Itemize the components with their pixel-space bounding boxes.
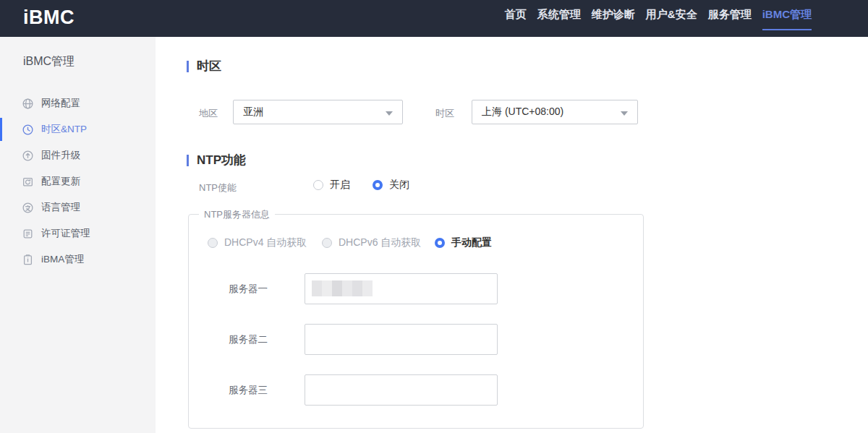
nav-item-ibmc-management[interactable]: iBMC管理 [762,0,812,32]
sidebar: iBMC管理 网络配置 时区&NTP 固件升级 [0,37,156,433]
sidebar-item-language-management[interactable]: 语言管理 [0,194,156,220]
nav-item-home[interactable]: 首页 [505,0,527,32]
sidebar-item-config-update[interactable]: 配置更新 [0,168,156,194]
timezone-ntp-icon [22,124,34,136]
server3-input-wrap [305,374,498,406]
sidebar-item-network-config[interactable]: 网络配置 [0,90,156,116]
sidebar-item-ibma-management[interactable]: iBMA管理 [0,246,156,273]
radio-label-dhcpv6: DHCPv6 自动获取 [339,236,421,249]
sidebar-item-label: 时区&NTP [41,123,87,136]
config-update-icon [22,176,34,188]
ntp-server-mode-radio-group: DHCPv4 自动获取 [208,236,307,249]
nav-item-service[interactable]: 服务管理 [708,0,752,32]
network-icon [22,98,34,110]
section-title: 时区 [197,58,221,74]
server3-label: 服务器三 [229,374,268,406]
top-navbar: iBMC 首页 系统管理 维护诊断 用户&安全 服务管理 iBMC管理 [0,0,868,37]
server1-label: 服务器一 [229,273,268,304]
top-nav-menu: 首页 系统管理 维护诊断 用户&安全 服务管理 iBMC管理 [505,0,812,32]
sidebar-item-label: 配置更新 [41,175,80,188]
language-icon [22,202,34,214]
radio-button-dhcpv4 [208,238,218,248]
server1-input-wrap [305,273,498,304]
chevron-down-icon [386,111,393,116]
ntp-server-group-legend: NTP服务器信息 [199,208,275,221]
license-icon [22,228,34,240]
ntp-server-mode-radio-group: DHCPv6 自动获取 [322,236,421,249]
section-accent-bar [187,61,189,72]
region-label: 地区 [199,107,218,120]
server2-label: 服务器二 [229,324,268,355]
ntp-server-mode-radio-group: 手动配置 [435,236,492,249]
section-title: NTP功能 [197,152,246,168]
radio-label-manual-config: 手动配置 [451,236,492,249]
server-row: 服务器一 [189,273,644,304]
radio-button-ntp-off[interactable] [373,180,383,190]
sidebar-item-label: 网络配置 [41,97,80,110]
redacted-value [312,280,373,296]
section-accent-bar [187,155,189,166]
app-logo[interactable]: iBMC [23,1,75,33]
ntp-section-header: NTP功能 [187,152,246,168]
server3-input[interactable] [305,374,498,406]
sidebar-item-timezone-ntp[interactable]: 时区&NTP [0,116,156,142]
active-tab-underline [762,29,812,30]
server-row: 服务器三 [189,374,644,406]
timezone-label: 时区 [435,107,454,120]
sidebar-item-license-management[interactable]: 许可证管理 [0,220,156,246]
nav-item-maintenance[interactable]: 维护诊断 [592,0,635,32]
sidebar-menu: 网络配置 时区&NTP 固件升级 配置更新 [0,90,156,273]
firmware-upgrade-icon [22,150,34,162]
radio-button-dhcpv6 [322,238,332,248]
sidebar-item-label: iBMA管理 [41,253,84,266]
radio-label-ntp-on: 开启 [330,179,350,192]
region-select[interactable]: 亚洲 [233,100,403,124]
ntp-enable-radio-group: 开启 关闭 [313,179,409,192]
ibma-icon [22,254,34,266]
ntp-enable-label: NTP使能 [199,181,237,194]
ntp-server-group: NTP服务器信息 DHCPv4 自动获取 DHCPv6 自动获取 手动配置 服务… [188,214,644,429]
region-select-value: 亚洲 [243,106,263,119]
nav-item-label: iBMC管理 [762,8,812,20]
chevron-down-icon [621,111,628,116]
nav-item-system[interactable]: 系统管理 [537,0,581,32]
sidebar-title: iBMC管理 [23,54,75,69]
active-item-indicator [0,118,2,141]
sidebar-item-firmware-upgrade[interactable]: 固件升级 [0,142,156,168]
sidebar-item-label: 语言管理 [41,201,80,214]
sidebar-item-label: 许可证管理 [41,227,90,240]
timezone-section-header: 时区 [187,58,221,74]
timezone-select[interactable]: 上海 (UTC+08:00) [472,100,638,124]
main-content: 时区 地区 亚洲 时区 上海 (UTC+08:00) NTP功能 NTP使能 开… [156,37,868,433]
radio-button-manual-config[interactable] [435,238,445,248]
server2-input-wrap [305,324,498,355]
sidebar-item-label: 固件升级 [41,149,80,162]
server-row: 服务器二 [189,324,644,355]
radio-label-dhcpv4: DHCPv4 自动获取 [224,236,307,249]
radio-label-ntp-off: 关闭 [389,179,409,192]
nav-item-user-security[interactable]: 用户&安全 [646,0,697,32]
radio-button-ntp-on[interactable] [313,180,323,190]
timezone-select-value: 上海 (UTC+08:00) [482,106,563,119]
server2-input[interactable] [305,324,498,355]
